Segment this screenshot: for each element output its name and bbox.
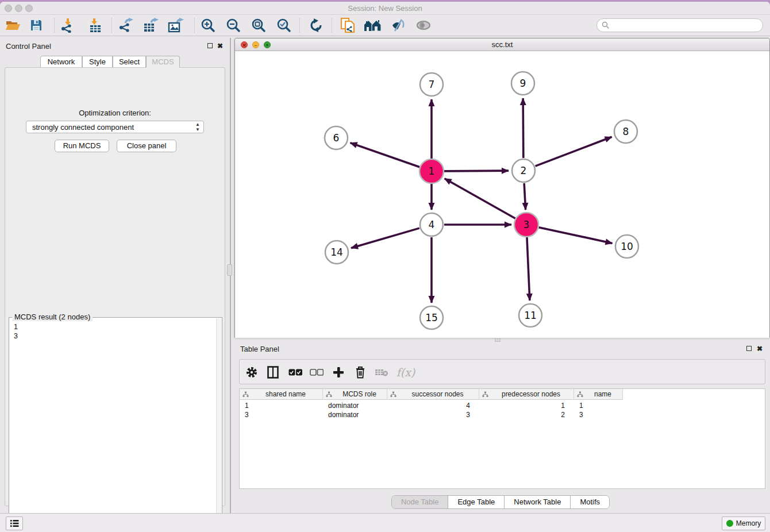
table-row[interactable]: 1dominator411 — [240, 401, 623, 410]
export-network-button[interactable] — [116, 17, 136, 34]
cell-shared-name[interactable]: 1 — [240, 401, 323, 410]
import-table-button[interactable] — [86, 17, 105, 34]
column-layout-button[interactable] — [264, 364, 282, 381]
mcds-result-list: 1 3 — [14, 322, 18, 341]
desktop: Session: New Session — [0, 0, 770, 532]
graph-node-label-9: 9 — [520, 78, 526, 89]
close-panel-button[interactable]: Close panel — [117, 140, 176, 152]
cell-predecessor-nodes[interactable]: 2 — [479, 410, 574, 419]
column-type-icon — [242, 391, 249, 398]
zoom-fit-icon — [251, 18, 266, 33]
column-header-MCDS-role[interactable]: MCDS role — [323, 389, 387, 400]
task-history-button[interactable] — [6, 516, 23, 530]
tab-node-table[interactable]: Node Table — [392, 496, 449, 508]
delete-column-button[interactable] — [352, 364, 369, 381]
node-table[interactable]: shared nameMCDS rolesuccessor nodesprede… — [239, 388, 765, 489]
search-icon — [602, 21, 610, 29]
table-toolbar: f(x) — [239, 359, 765, 384]
edge-3-10[interactable] — [538, 228, 612, 244]
cell-MCDS-role[interactable]: dominator — [323, 410, 387, 419]
mcds-tab-content: Optimization criterion: strongly connect… — [5, 67, 225, 506]
tab-network[interactable]: Network — [40, 56, 82, 68]
cell-MCDS-role[interactable]: dominator — [323, 401, 387, 410]
apply-layout-button[interactable] — [306, 17, 326, 34]
zoom-selected-button[interactable] — [274, 17, 294, 34]
function-builder-button[interactable]: f(x) — [394, 364, 418, 381]
open-folder-icon — [5, 18, 21, 32]
clone-network-button[interactable] — [338, 17, 357, 34]
tab-style[interactable]: Style — [82, 56, 113, 68]
edge-3-11[interactable] — [527, 237, 530, 300]
table-row[interactable]: 3dominator323 — [240, 410, 623, 419]
cell-predecessor-nodes[interactable]: 1 — [479, 401, 574, 410]
table-header-row: shared nameMCDS rolesuccessor nodesprede… — [240, 389, 623, 400]
column-header-name[interactable]: name — [574, 389, 623, 400]
network-window-titlebar[interactable]: ✕ – + scc.txt — [235, 38, 769, 51]
result-scrollbar[interactable] — [216, 318, 221, 530]
tab-mcds[interactable]: MCDS — [146, 56, 180, 68]
tab-network-table[interactable]: Network Table — [505, 496, 571, 508]
edge-3-1[interactable] — [445, 179, 515, 218]
select-all-columns-button[interactable] — [287, 364, 304, 381]
column-header-shared-name[interactable]: shared name — [240, 389, 323, 400]
edge-4-14[interactable] — [351, 228, 419, 248]
columns-icon — [267, 366, 279, 379]
export-table-button[interactable] — [141, 17, 160, 34]
graph-node-label-4: 4 — [429, 219, 435, 230]
edge-1-6[interactable] — [351, 143, 420, 167]
run-mcds-button[interactable]: Run MCDS — [55, 140, 109, 152]
unchecked-boxes-icon — [310, 369, 324, 376]
hide-eye-slash-icon — [391, 18, 406, 32]
float-table-panel-icon[interactable] — [746, 345, 752, 353]
main-toolbar — [0, 15, 770, 36]
column-header-label: successor nodes — [396, 390, 479, 398]
zoom-selected-icon — [276, 18, 291, 33]
graph-node-label-11: 11 — [524, 310, 537, 321]
cell-shared-name[interactable]: 3 — [240, 410, 323, 419]
vertical-splitter-handle[interactable] — [227, 264, 232, 276]
plus-icon — [333, 367, 344, 378]
toolbar-separator — [111, 18, 112, 33]
edge-2-8[interactable] — [536, 137, 612, 166]
open-session-button[interactable] — [3, 17, 22, 34]
save-session-button[interactable] — [26, 17, 46, 34]
column-header-predecessor-nodes[interactable]: predecessor nodes — [479, 389, 574, 400]
import-table-icon — [88, 18, 103, 33]
first-neighbors-button[interactable] — [363, 17, 383, 34]
title-bar: Session: New Session — [0, 2, 770, 15]
clone-network-icon — [340, 17, 355, 33]
optimization-criterion-label: Optimization criterion: — [5, 109, 225, 117]
deselect-all-columns-button[interactable] — [308, 364, 325, 381]
edge-1-2[interactable] — [444, 171, 509, 171]
add-column-button[interactable] — [330, 364, 347, 381]
export-network-icon — [118, 18, 133, 33]
criterion-dropdown[interactable]: strongly connected component ▲▼ — [26, 121, 204, 133]
close-table-panel-icon[interactable]: ✖ — [757, 345, 763, 353]
export-image-button[interactable] — [166, 17, 186, 34]
zoom-fit-button[interactable] — [249, 17, 268, 34]
tab-select[interactable]: Select — [113, 56, 146, 68]
cell-successor-nodes[interactable]: 3 — [387, 410, 479, 419]
float-panel-icon[interactable] — [207, 42, 213, 50]
cell-name[interactable]: 1 — [574, 401, 623, 410]
table-settings-button[interactable] — [243, 364, 260, 381]
tab-edge-table[interactable]: Edge Table — [448, 496, 505, 508]
network-canvas[interactable]: 7968124314101511 — [235, 51, 769, 338]
checked-boxes-icon — [288, 369, 302, 376]
zoom-in-button[interactable] — [198, 17, 218, 34]
memory-button[interactable]: Memory — [722, 516, 765, 530]
graph-node-label-2: 2 — [521, 165, 527, 176]
hide-selected-button[interactable] — [388, 17, 408, 34]
close-panel-icon[interactable]: ✖ — [217, 42, 223, 50]
edge-2-9[interactable] — [523, 98, 523, 158]
cell-name[interactable]: 3 — [574, 410, 623, 419]
import-network-button[interactable] — [58, 17, 78, 34]
column-header-successor-nodes[interactable]: successor nodes — [387, 389, 479, 400]
delete-table-button[interactable] — [373, 364, 390, 381]
edge-2-3[interactable] — [524, 183, 525, 210]
search-input[interactable] — [596, 18, 763, 32]
tab-motifs[interactable]: Motifs — [571, 496, 609, 508]
zoom-out-button[interactable] — [224, 17, 243, 34]
cell-successor-nodes[interactable]: 4 — [387, 401, 479, 410]
show-hidden-button[interactable] — [414, 17, 433, 34]
